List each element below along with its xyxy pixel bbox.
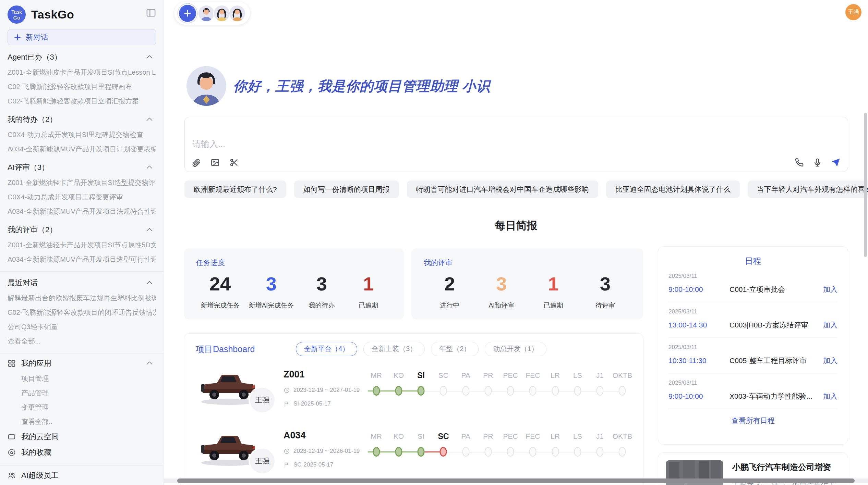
project-row[interactable]: 王强Z0012023-12-19 ~ 2027-01-19SI-2025-05-…: [184, 366, 643, 417]
input-placeholder: 请输入...: [192, 138, 225, 150]
chevron-up-icon[interactable]: [146, 226, 153, 234]
sidebar-task-item[interactable]: A034-全新新能源MUV产品开发项目造型可行性评审: [8, 252, 156, 266]
session-avatar-3[interactable]: [229, 5, 246, 22]
dashboard-tab[interactable]: 年型（2）: [431, 342, 479, 356]
recent-chat-item[interactable]: C02-飞腾新能源轻客改款项目的闭环通告反馈情况: [8, 305, 156, 320]
collapse-sidebar-icon[interactable]: [145, 8, 157, 18]
sidebar-section-header[interactable]: Agent已办（3）: [8, 49, 156, 65]
people-icon: [8, 471, 16, 480]
news-title: 小鹏飞行汽车制造公司增资: [732, 462, 840, 473]
schedule-item[interactable]: 2025/03/119:00-10:00X003-车辆动力学性能验...加入: [668, 373, 837, 409]
clock-icon: [284, 448, 290, 455]
join-link[interactable]: 加入: [820, 285, 837, 294]
send-icon[interactable]: [831, 158, 840, 167]
session-avatar-1[interactable]: [198, 5, 215, 22]
dashboard-tab[interactable]: 全新平台（4）: [296, 342, 357, 356]
chevron-up-icon[interactable]: [146, 53, 153, 61]
add-session-button[interactable]: [179, 5, 196, 22]
milestone-label: LS: [566, 431, 589, 442]
section-title: 我的待办（2）: [8, 114, 57, 125]
app-link[interactable]: 变更管理: [8, 400, 156, 414]
dashboard-tab[interactable]: 动总开发（1）: [485, 342, 546, 356]
sidebar-task-item[interactable]: C02-飞腾新能源轻客改款项目里程碑画布: [8, 79, 156, 94]
app-link[interactable]: 产品管理: [8, 386, 156, 400]
user-avatar[interactable]: 王强: [845, 4, 861, 20]
sidebar-task-item[interactable]: C0X4-动力总成开发项目工程变更评审: [8, 190, 156, 204]
sidebar-task-item[interactable]: Z001-全新燃油轻卡产品开发项目SI节点属性5D文件评审: [8, 238, 156, 252]
suggestion-chip[interactable]: 欧洲新规最近颁布了什么?: [184, 181, 286, 198]
scissors-icon[interactable]: [229, 158, 239, 167]
sidebar-task-item[interactable]: Z001-全新燃油皮卡产品开发项目SI节点Lesson Learn报告: [8, 65, 156, 79]
view-all-schedule-link[interactable]: 查看所有日程: [658, 416, 848, 425]
milestone-label: PR: [477, 431, 499, 442]
message-input[interactable]: 请输入...: [184, 117, 848, 172]
sidebar-section-header[interactable]: 我的待办（2）: [8, 112, 156, 127]
milestone-dot: [395, 386, 402, 396]
schedule-item[interactable]: 2025/03/1110:30-11:30C005-整车工程目标评审加入: [668, 338, 837, 373]
chevron-up-icon[interactable]: [146, 164, 153, 171]
section-title: Agent已办（3）: [8, 52, 62, 62]
horizontal-scrollbar-thumb[interactable]: [177, 478, 855, 483]
recent-section-header[interactable]: 最近对话: [8, 275, 156, 291]
sidebar-task-item[interactable]: C02-飞腾新能源轻客改款项目立项汇报方案: [8, 94, 156, 108]
milestone-label: PR: [477, 370, 499, 381]
vertical-scrollbar-thumb[interactable]: [864, 113, 867, 257]
apps-view-all[interactable]: 查看全部..: [8, 414, 156, 429]
notification-bell-icon[interactable]: [830, 8, 841, 19]
sidebar-item-star-badge[interactable]: 我的收藏: [8, 445, 156, 460]
recent-view-all[interactable]: 查看全部...: [8, 334, 156, 348]
schedule-title: 日程: [658, 256, 848, 266]
app-title: TaskGo: [31, 8, 74, 21]
sidebar-item-my-apps[interactable]: 我的应用: [8, 356, 156, 371]
sidebar-section-header[interactable]: AI评审（3）: [8, 160, 156, 175]
suggestion-chip[interactable]: 特朗普可能对进口汽车增税会对中国车企造成哪些影响: [407, 181, 598, 198]
milestone-label: LR: [544, 431, 566, 442]
join-link[interactable]: 加入: [820, 356, 837, 365]
schedule-name: C001-立项审批会: [730, 285, 820, 294]
suggestion-chip[interactable]: 如何写一份清晰的项目周报: [294, 181, 399, 198]
sidebar-tool[interactable]: AI超级员工: [8, 468, 156, 483]
phone-icon[interactable]: [795, 158, 804, 167]
new-chat-button[interactable]: 新对话: [8, 29, 156, 45]
mic-icon[interactable]: [813, 158, 822, 167]
stats-row: 任务进度24新增完成任务3新增AI完成任务3我的待办1已逾期我的评审2进行中3A…: [184, 248, 643, 320]
sidebar-section-header[interactable]: 我的评审（2）: [8, 222, 156, 238]
sidebar-task-item[interactable]: Z001-全新燃油轻卡产品开发项目SI造型提交物评审: [8, 175, 156, 190]
schedule-item[interactable]: 2025/03/119:00-10:00C001-立项审批会加入: [668, 266, 837, 302]
sidebar-task-item[interactable]: A034-全新新能源MUV产品开发项目计划变更表编写: [8, 142, 156, 156]
join-link[interactable]: 加入: [820, 320, 837, 330]
suggestion-chip[interactable]: 比亚迪全固态电池计划具体说了什么: [606, 181, 740, 198]
schedule-item[interactable]: 2025/03/1113:00-14:30C003|H0B-方案冻结评审加入: [668, 302, 837, 338]
join-link[interactable]: 加入: [820, 391, 837, 401]
project-flag-label: SC-2025-05-17: [293, 461, 333, 468]
project-owner-badge: 王强: [249, 447, 276, 475]
image-icon[interactable]: [210, 158, 220, 167]
paperclip-icon[interactable]: [192, 158, 201, 167]
stat-item: 1已逾期: [350, 274, 387, 310]
schedule-row: 13:00-14:30C003|H0B-方案冻结评审加入: [668, 320, 837, 330]
chevron-up-icon[interactable]: [146, 116, 153, 123]
milestone-dot: [552, 386, 559, 396]
stat-card: 任务进度24新增完成任务3新增AI完成任务3我的待办1已逾期: [184, 248, 404, 320]
milestone-dot: [596, 447, 604, 457]
suggestion-chip[interactable]: 当下年轻人对汽车外观有怎样的喜好趋势: [748, 181, 868, 198]
recent-chat-item[interactable]: 公司Q3轻卡销量: [8, 320, 156, 334]
sidebar-item-folder[interactable]: 我的云空间: [8, 429, 156, 445]
project-row[interactable]: 王强A0342023-12-19 ~ 2026-01-19SC-2025-05-…: [184, 427, 643, 478]
app-link[interactable]: 项目管理: [8, 371, 156, 386]
recent-chat-item[interactable]: 解释最新出台的欧盟报废车法规再生塑料比例被调至15%...: [8, 291, 156, 305]
chevron-up-icon[interactable]: [146, 360, 153, 367]
sidebar-tool[interactable]: 帮我写作: [8, 483, 156, 485]
session-avatar-2[interactable]: [213, 5, 230, 22]
milestone-label: PA: [455, 431, 477, 442]
sidebar-item-label: 我的收藏: [21, 447, 51, 458]
dashboard-tab[interactable]: 全新上装（3）: [363, 342, 425, 356]
stat-label: 新增完成任务: [201, 301, 240, 310]
schedule-date: 2025/03/11: [668, 308, 837, 315]
sidebar-task-item[interactable]: C0X4-动力总成开发项目SI里程碑提交物检查: [8, 127, 156, 142]
sidebar-task-item[interactable]: A034-全新新能源MUV产品开发项目法规符合性评审: [8, 204, 156, 219]
layout-grid-icon[interactable]: [828, 220, 836, 229]
chevron-up-icon[interactable]: [146, 279, 153, 287]
schedule-name: C005-整车工程目标评审: [730, 356, 820, 365]
daily-briefing-header: 每日简报: [183, 219, 849, 233]
